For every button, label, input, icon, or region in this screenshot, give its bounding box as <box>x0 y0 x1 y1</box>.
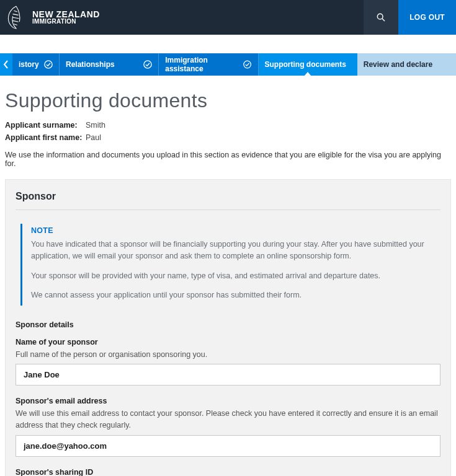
tab-label: Immigration assistance <box>165 56 243 74</box>
sponsor-panel: Sponsor NOTE You have indicated that a s… <box>5 179 451 476</box>
brand-text: NEW ZEALAND IMMIGRATION <box>32 10 100 25</box>
field-label: Sponsor's sharing ID <box>16 468 440 476</box>
tab-immigration-assistance[interactable]: Immigration assistance <box>159 53 258 76</box>
sponsor-sharing-id-field: Sponsor's sharing ID Contact your sponso… <box>16 468 440 476</box>
sponsor-details: Sponsor details Name of your sponsor Ful… <box>16 320 440 477</box>
field-label: Name of your sponsor <box>16 338 440 346</box>
logout-button[interactable]: LOG OUT <box>398 0 456 35</box>
svg-line-1 <box>382 19 385 21</box>
intro-text: We use the information and documents you… <box>5 151 451 168</box>
tab-label: Relationships <box>66 60 115 69</box>
tab-supporting-documents[interactable]: Supporting documents <box>259 53 357 76</box>
page-content: Supporting documents Applicant surname: … <box>0 76 456 476</box>
search-button[interactable] <box>364 0 398 35</box>
sponsor-name-field: Name of your sponsor Full name of the pe… <box>16 338 440 386</box>
firstname-value: Paul <box>86 133 101 142</box>
tab-history[interactable]: istory <box>12 53 60 76</box>
svg-point-4 <box>244 61 251 68</box>
sponsor-name-input[interactable] <box>16 364 440 386</box>
sponsor-email-field: Sponsor's email address We will use this… <box>16 397 440 457</box>
fern-icon <box>5 5 27 30</box>
tab-relationships[interactable]: Relationships <box>60 53 159 76</box>
brand-line2: IMMIGRATION <box>32 19 100 25</box>
progress-tabs: istory Relationships Immigration assista… <box>0 53 456 76</box>
field-label: Sponsor's email address <box>16 397 440 405</box>
sponsor-heading: Sponsor <box>16 191 440 210</box>
note-title: NOTE <box>31 226 429 235</box>
svg-point-0 <box>378 14 383 19</box>
check-circle-icon <box>143 60 152 69</box>
applicant-firstname-row: Applicant first name: Paul <box>5 133 451 142</box>
applicant-surname-row: Applicant surname: Smith <box>5 121 451 130</box>
tabs-scroll-left[interactable] <box>0 53 12 76</box>
field-help: Full name of the person or organisation … <box>16 349 440 361</box>
sponsor-email-input[interactable] <box>16 435 440 457</box>
field-help: We will use this email address to contac… <box>16 408 440 431</box>
brand: NEW ZEALAND IMMIGRATION <box>5 5 364 30</box>
surname-label: Applicant surname: <box>5 121 86 130</box>
tab-label: istory <box>19 60 39 69</box>
svg-point-2 <box>45 61 52 68</box>
surname-value: Smith <box>86 121 105 130</box>
note-paragraph: You have indicated that a sponsor will b… <box>31 239 429 263</box>
check-circle-icon <box>243 60 251 69</box>
tab-label: Supporting documents <box>265 60 346 69</box>
search-icon <box>376 12 386 22</box>
sponsor-note: NOTE You have indicated that a sponsor w… <box>20 224 436 306</box>
page-title: Supporting documents <box>5 89 451 112</box>
sponsor-details-label: Sponsor details <box>16 320 440 329</box>
chevron-left-icon <box>3 60 9 69</box>
firstname-label: Applicant first name: <box>5 133 86 142</box>
app-header: NEW ZEALAND IMMIGRATION LOG OUT <box>0 0 456 35</box>
tab-label: Review and declare <box>364 60 432 69</box>
brand-line1: NEW ZEALAND <box>32 10 100 19</box>
svg-point-3 <box>144 61 151 68</box>
check-circle-icon <box>44 60 53 69</box>
note-paragraph: We cannot assess your application until … <box>31 289 429 301</box>
tab-review-declare[interactable]: Review and declare <box>357 53 456 76</box>
note-paragraph: Your sponsor will be provided with your … <box>31 270 429 282</box>
